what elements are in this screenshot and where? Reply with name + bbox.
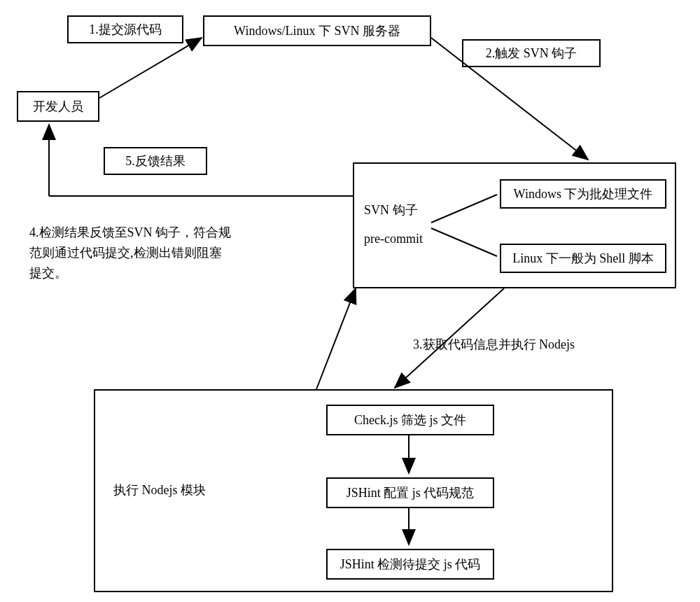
- checkjs-text: Check.js 筛选 js 文件: [354, 412, 466, 428]
- jshint-check-box: JSHint 检测待提交 js 代码: [326, 549, 494, 580]
- nodejs-box: 执行 Nodejs 模块 Check.js 筛选 js 文件 JSHint 配置…: [94, 389, 613, 592]
- svn-server-text: Windows/Linux 下 SVN 服务器: [234, 22, 400, 39]
- step4-label: 4.检测结果反馈至SVN 钩子，符合规范则通过代码提交,检测出错则阻塞提交。: [29, 223, 232, 283]
- hook-windows-text: Windows 下为批处理文件: [514, 186, 653, 202]
- hook-windows-box: Windows 下为批处理文件: [500, 179, 666, 209]
- step5-text: 5.反馈结果: [125, 153, 186, 169]
- step3-label: 3.获取代码信息并执行 Nodejs: [413, 336, 575, 353]
- jshint-config-text: JSHint 配置 js 代码规范: [346, 484, 475, 501]
- svn-hook-line1: SVN 钩子: [364, 200, 423, 220]
- hook-linux-box: Linux 下一般为 Shell 脚本: [500, 244, 666, 273]
- step1-label: 1.提交源代码: [67, 15, 183, 43]
- jshint-check-text: JSHint 检测待提交 js 代码: [340, 556, 481, 573]
- nodejs-title-text: 执行 Nodejs 模块: [113, 483, 206, 497]
- developer-text: 开发人员: [33, 98, 83, 115]
- svn-server-box: Windows/Linux 下 SVN 服务器: [203, 15, 431, 46]
- arrow-step1: [99, 38, 202, 98]
- developer-box: 开发人员: [17, 91, 99, 122]
- step5-label: 5.反馈结果: [104, 147, 207, 175]
- step2-text: 2.触发 SVN 钩子: [486, 45, 578, 62]
- step4-text: 4.检测结果反馈至SVN 钩子，符合规范则通过代码提交,检测出错则阻塞提交。: [29, 225, 231, 280]
- svn-hook-title: SVN 钩子 pre-commit: [364, 200, 423, 249]
- svn-hook-box: SVN 钩子 pre-commit Windows 下为批处理文件 Linux …: [353, 162, 676, 288]
- step1-text: 1.提交源代码: [89, 21, 162, 38]
- jshint-config-box: JSHint 配置 js 代码规范: [326, 477, 494, 508]
- svn-hook-line2: pre-commit: [364, 229, 423, 249]
- step2-label: 2.触发 SVN 钩子: [462, 39, 601, 67]
- checkjs-box: Check.js 筛选 js 文件: [326, 405, 494, 435]
- hook-linux-text: Linux 下一般为 Shell 脚本: [512, 250, 654, 267]
- arrow-step4: [316, 288, 356, 389]
- step3-text: 3.获取代码信息并执行 Nodejs: [413, 337, 575, 351]
- nodejs-title: 执行 Nodejs 模块: [113, 482, 206, 498]
